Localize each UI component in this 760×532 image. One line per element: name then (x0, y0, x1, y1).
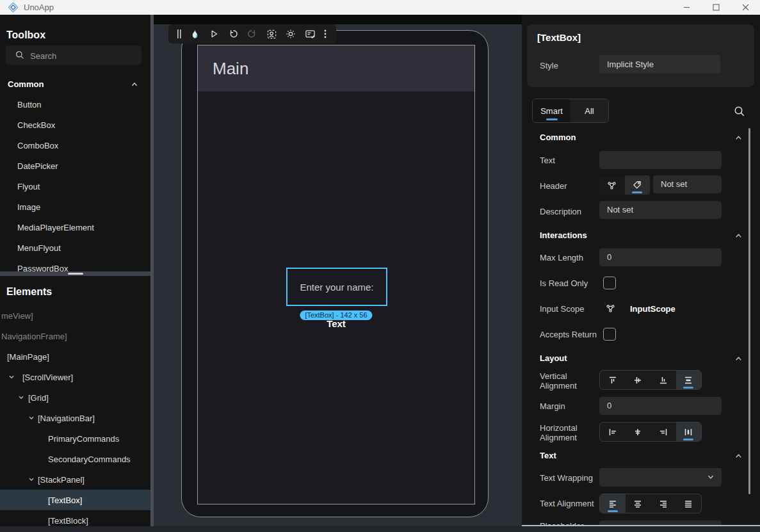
style-value-input[interactable]: Implicit Style (599, 55, 720, 74)
align-right-icon (658, 427, 668, 437)
toolbox-item-mediaplayerelement[interactable]: MediaPlayerElement (0, 217, 150, 238)
description-input[interactable]: Not set (599, 201, 722, 219)
tree-item-navigationframe[interactable]: NavigationFrame] (0, 326, 150, 346)
minimize-button[interactable] (672, 0, 701, 15)
tree-item-primarycommands[interactable]: PrimaryCommands (0, 428, 150, 449)
align-hcenter-icon (633, 427, 643, 437)
halign-right-button[interactable] (651, 423, 676, 441)
text-wrapping-dropdown[interactable] (599, 468, 722, 487)
toolbar-drag-handle-icon[interactable] (174, 25, 185, 43)
chevron-up-icon[interactable] (734, 231, 743, 241)
device-frame: Main Enter your name: [TextBox] - 142 x … (181, 30, 489, 517)
tree-item-navigationbar[interactable]: [NavigationBar] (0, 408, 150, 428)
halign-left-button[interactable] (600, 423, 626, 441)
design-canvas[interactable]: Main Enter your name: [TextBox] - 142 x … (154, 15, 522, 526)
chevron-up-icon[interactable] (734, 451, 743, 461)
tree-item-secondarycommands[interactable]: SecondaryCommands (0, 449, 150, 469)
close-button[interactable] (731, 0, 760, 15)
chevron-up-icon[interactable] (734, 133, 743, 143)
valign-top-button[interactable] (600, 371, 626, 389)
header-value-input[interactable]: Not set (653, 175, 722, 193)
text-align-center-button[interactable] (626, 494, 651, 513)
chevron-up-icon[interactable] (130, 80, 139, 89)
margin-input[interactable]: 0 (599, 397, 722, 415)
halign-stretch-button[interactable] (676, 423, 702, 441)
input-scope-value[interactable]: InputScope (630, 304, 675, 314)
toolbox-item-image[interactable]: Image (0, 197, 150, 217)
halign-center-button[interactable] (626, 423, 651, 441)
chevron-down-icon[interactable] (17, 393, 26, 402)
page-title: Main (213, 45, 474, 92)
selected-textbox[interactable]: Enter your name: (286, 268, 387, 306)
valign-bottom-button[interactable] (651, 371, 676, 389)
device-screen[interactable]: Main Enter your name: [TextBox] - 142 x … (197, 45, 475, 504)
valign-center-button[interactable] (626, 371, 651, 389)
tree-item-label: [ScrollViewer] (22, 373, 73, 382)
section-text[interactable]: Text (540, 451, 556, 460)
tree-item-textbox-selected[interactable]: [TextBox] (0, 490, 150, 510)
window-bottom-strip (0, 526, 760, 532)
tree-item-frameview[interactable]: meView] (0, 305, 150, 326)
text-input[interactable] (599, 151, 722, 169)
tree-item-grid[interactable]: [Grid] (0, 387, 150, 408)
search-input[interactable] (29, 45, 137, 66)
toolbox-horizontal-scrollbar[interactable] (0, 271, 150, 276)
selected-element-card: [TextBox] Style Implicit Style (527, 24, 754, 87)
toolbox-item-checkbox[interactable]: CheckBox (0, 115, 150, 135)
tree-item-mainpage[interactable]: [MainPage] (0, 346, 150, 367)
form-factor-icon[interactable] (300, 25, 319, 43)
toolbox-item-flyout[interactable]: Flyout (0, 176, 150, 197)
section-common[interactable]: Common (540, 133, 576, 142)
inspect-element-icon[interactable] (262, 25, 281, 43)
more-options-icon[interactable] (319, 25, 331, 43)
toolbox-search[interactable] (6, 45, 141, 65)
description-label: Description (540, 207, 581, 216)
textblock-element[interactable]: Text (198, 318, 474, 329)
max-length-input[interactable]: 0 (599, 248, 722, 266)
hot-design-flame-icon[interactable] (185, 25, 204, 43)
active-option-indicator (683, 387, 693, 389)
tab-smart[interactable]: Smart (533, 99, 570, 122)
tree-item-scrollviewer[interactable]: [ScrollViewer] (0, 367, 150, 387)
toolbox-item-datepicker[interactable]: DatePicker (0, 156, 150, 176)
active-option-indicator (683, 439, 693, 440)
chevron-down-icon[interactable] (27, 475, 36, 484)
section-interactions[interactable]: Interactions (540, 230, 587, 240)
redo-icon[interactable] (243, 25, 262, 43)
header-mode-toggle (599, 175, 650, 195)
section-layout[interactable]: Layout (540, 353, 567, 363)
play-button-icon[interactable] (204, 25, 223, 43)
chevron-down-icon[interactable] (7, 373, 16, 382)
selected-element-title: [TextBox] (537, 32, 581, 43)
tab-all[interactable]: All (570, 99, 608, 122)
tree-item-label: SecondaryCommands (48, 455, 131, 464)
properties-scrollbar[interactable] (748, 128, 750, 494)
binding-icon[interactable] (605, 303, 616, 314)
tree-item-label: [MainPage] (7, 352, 49, 362)
maximize-button[interactable] (701, 0, 731, 15)
valign-stretch-button[interactable] (676, 371, 702, 389)
margin-label: Margin (540, 401, 565, 411)
is-read-only-checkbox[interactable] (603, 277, 616, 289)
active-tab-indicator (546, 118, 558, 120)
chevron-down-icon[interactable] (27, 414, 36, 423)
accepts-return-checkbox[interactable] (603, 328, 616, 341)
binding-mode-button[interactable] (599, 175, 625, 195)
properties-search-icon[interactable] (733, 105, 746, 118)
stretch-horizontal-icon (683, 427, 693, 437)
toolbox-item-button[interactable]: Button (0, 94, 150, 115)
tree-item-stackpanel[interactable]: [StackPanel] (0, 469, 150, 490)
tree-item-textblock[interactable]: [TextBlock] (0, 510, 150, 526)
designer-toolbar (168, 24, 336, 44)
toolbox-item-menuflyout[interactable]: MenuFlyout (0, 238, 150, 258)
tree-item-label: [Grid] (28, 393, 49, 403)
chevron-up-icon[interactable] (734, 354, 743, 364)
theme-brightness-icon[interactable] (281, 25, 300, 43)
text-align-justify-button[interactable] (676, 494, 702, 513)
text-align-right-button[interactable] (651, 494, 676, 513)
toolbox-section-common[interactable]: Common (8, 79, 44, 89)
text-align-left-button[interactable] (600, 494, 626, 513)
toolbox-item-combobox[interactable]: ComboBox (0, 135, 150, 156)
undo-icon[interactable] (223, 25, 243, 43)
literal-mode-button[interactable] (625, 175, 651, 195)
